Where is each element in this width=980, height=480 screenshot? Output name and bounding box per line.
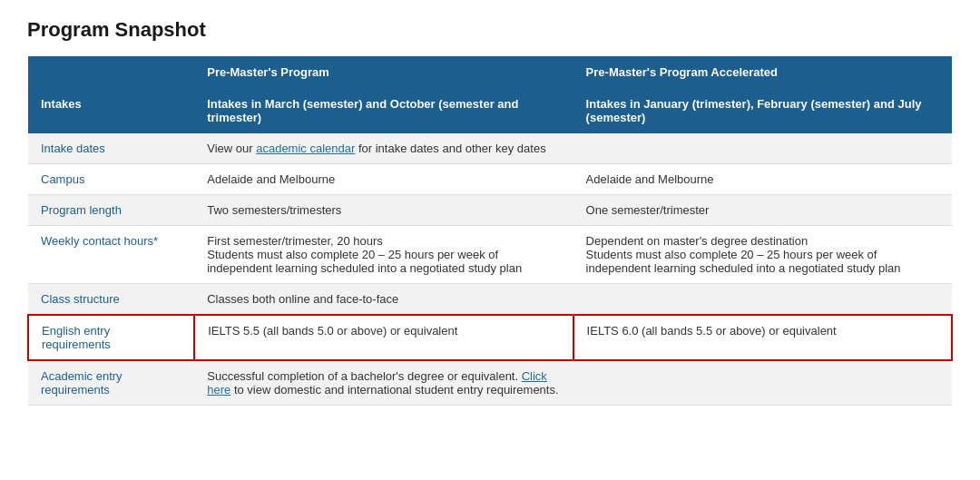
row-label-program-length: Program length xyxy=(28,195,194,226)
col2-english-entry: IELTS 6.0 (all bands 5.5 or above) or eq… xyxy=(573,315,952,360)
row-label-english-entry: English entry requirements xyxy=(28,315,194,360)
col1-class-structure: Classes both online and face-to-face xyxy=(194,284,573,316)
col1-campus: Adelaide and Melbourne xyxy=(194,164,573,195)
col2-weekly-contact: Dependent on master's degree destination… xyxy=(573,226,952,284)
data-row-campus: CampusAdelaide and MelbourneAdelaide and… xyxy=(28,164,952,195)
data-row-weekly-contact: Weekly contact hours*First semester/trim… xyxy=(28,226,952,284)
intakes-col2: Intakes in January (trimester), February… xyxy=(573,88,952,133)
row-label-intakes: Intakes xyxy=(28,88,194,133)
data-row-program-length: Program lengthTwo semesters/trimestersOn… xyxy=(28,195,952,226)
row-label-weekly-contact: Weekly contact hours* xyxy=(28,226,194,284)
col1-header: Pre-Master's Program xyxy=(194,56,573,88)
col1-english-entry: IELTS 5.5 (all bands 5.0 or above) or eq… xyxy=(194,315,573,360)
program-snapshot-table: Pre-Master's Program Pre-Master's Progra… xyxy=(27,56,953,406)
col1-intake-dates: View our academic calendar for intake da… xyxy=(194,133,573,164)
col2-academic-entry xyxy=(573,360,952,406)
link-academic-entry[interactable]: Click here xyxy=(207,369,547,397)
intakes-col1: Intakes in March (semester) and October … xyxy=(194,88,573,133)
col2-program-length: One semester/trimester xyxy=(573,195,952,226)
data-row-english-entry: English entry requirementsIELTS 5.5 (all… xyxy=(28,315,952,360)
col1-academic-entry: Successful completion of a bachelor's de… xyxy=(194,360,573,406)
col2-intake-dates xyxy=(573,133,952,164)
link-intake-dates[interactable]: academic calendar xyxy=(256,142,355,155)
row-label-academic-entry: Academic entry requirements xyxy=(28,360,194,406)
data-row-class-structure: Class structureClasses both online and f… xyxy=(28,284,952,316)
row-label-campus: Campus xyxy=(28,164,194,195)
col2-header: Pre-Master's Program Accelerated xyxy=(573,56,952,88)
data-row-academic-entry: Academic entry requirementsSuccessful co… xyxy=(28,360,952,406)
col1-weekly-contact: First semester/trimester, 20 hoursStuden… xyxy=(194,226,573,284)
col2-campus: Adelaide and Melbourne xyxy=(573,164,952,195)
data-row-intake-dates: Intake datesView our academic calendar f… xyxy=(28,133,952,164)
col2-class-structure xyxy=(573,284,952,316)
intakes-row: IntakesIntakes in March (semester) and O… xyxy=(28,88,952,133)
col1-program-length: Two semesters/trimesters xyxy=(194,195,573,226)
row-label-class-structure: Class structure xyxy=(28,284,194,316)
row-label-intake-dates: Intake dates xyxy=(28,133,194,164)
col-empty-header xyxy=(28,56,194,88)
page-title: Program Snapshot xyxy=(27,18,953,42)
